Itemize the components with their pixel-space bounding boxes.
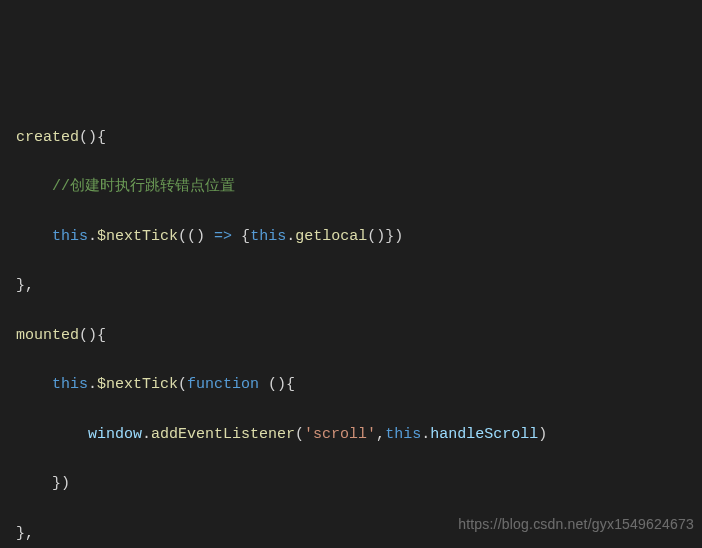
- fn-created: created: [16, 129, 79, 146]
- code-line: this.$nextTick(function (){: [6, 373, 702, 398]
- fn-mounted: mounted: [16, 327, 79, 344]
- code-line: //创建时执行跳转错点位置: [6, 175, 702, 200]
- code-line: this.$nextTick(() => {this.getlocal()}): [6, 225, 702, 250]
- code-line: window.addEventListener('scroll',this.ha…: [6, 423, 702, 448]
- code-line: }): [6, 472, 702, 497]
- code-block: created(){ //创建时执行跳转错点位置 this.$nextTick(…: [0, 99, 702, 548]
- code-line: mounted(){: [6, 324, 702, 349]
- code-line: created(){: [6, 126, 702, 151]
- comment: //创建时执行跳转错点位置: [52, 178, 235, 195]
- code-line: },: [6, 274, 702, 299]
- watermark-text: https://blog.csdn.net/gyx1549624673: [458, 513, 694, 536]
